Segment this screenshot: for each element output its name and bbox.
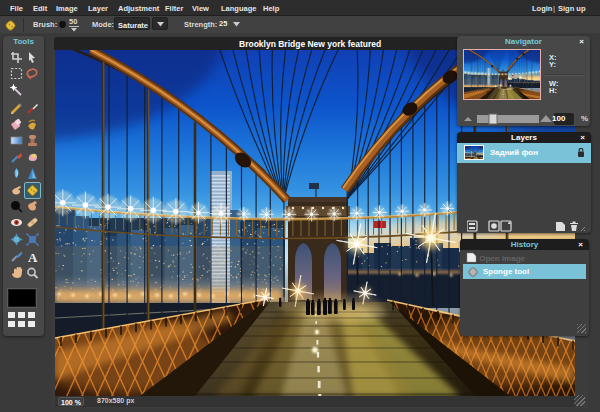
svg-text:A: A — [28, 250, 38, 263]
